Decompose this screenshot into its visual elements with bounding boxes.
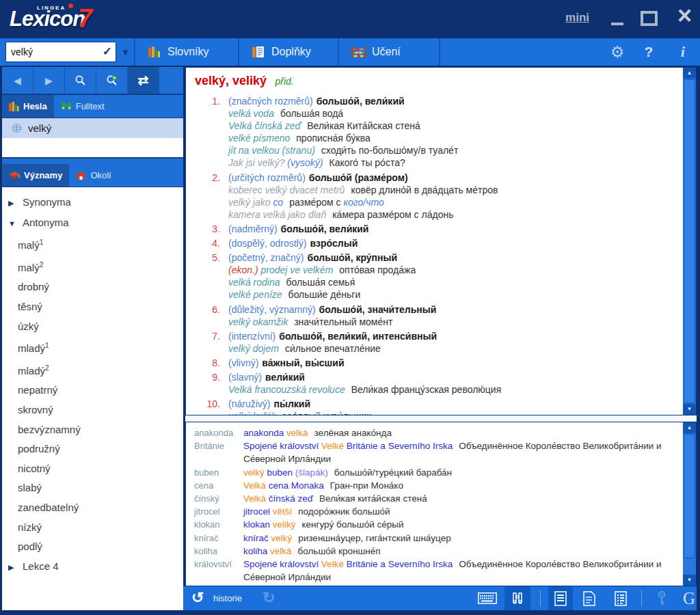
help-button[interactable]: ? (640, 38, 658, 66)
tree-item[interactable]: zanedbatelný (2, 498, 183, 518)
tab-vyznamy[interactable]: Významy (2, 164, 69, 187)
tree-item[interactable]: slabý (2, 478, 183, 498)
tree-item[interactable]: bezvýznamný (2, 420, 183, 440)
collocation-highlight[interactable]: Velká (243, 493, 266, 504)
search-confirm-icon[interactable]: ✓ (103, 44, 112, 59)
mini-mode-link[interactable]: mini (565, 11, 589, 25)
collocations-scrollbar[interactable]: ▲ ▼ (683, 422, 696, 586)
entry-line: Jak jsi velký? (vysoký)Какого́ ты ро́ста… (186, 156, 683, 169)
view-short-entry-button[interactable] (577, 586, 602, 610)
view-grid-entry-button[interactable] (608, 586, 633, 610)
scrollbar-thumb[interactable] (684, 434, 695, 558)
tree-item[interactable]: těsný (2, 297, 183, 317)
tree-item[interactable]: nicotný (2, 459, 183, 479)
tree-item[interactable]: ▶Lekce 4 (2, 557, 183, 577)
collocation-phrase[interactable]: Spojené království (243, 559, 321, 569)
minimize-icon[interactable] (611, 23, 623, 25)
collocation-highlight[interactable]: velká (270, 546, 292, 556)
tree-item[interactable]: malý1 (2, 233, 183, 256)
search-results-list: velký (2, 118, 183, 159)
maximize-icon[interactable] (641, 11, 658, 26)
collocation-row[interactable]: labuť labuť velkáле́бедь шипу́н (186, 584, 683, 586)
swap-languages-button[interactable]: ⇄ (128, 67, 159, 94)
scroll-up-icon[interactable]: ▲ (683, 68, 696, 79)
collocation-row[interactable]: čínský Velká čínská zeďВели́кая кита́йск… (186, 492, 683, 505)
menu-uceni[interactable]: Učení (340, 38, 447, 66)
collocation-highlight[interactable]: veliký (273, 519, 296, 530)
tab-hesla[interactable]: Hesla (2, 95, 54, 118)
forward-button[interactable]: ▶ (33, 67, 65, 94)
view-full-entry-button[interactable] (548, 586, 573, 610)
collocation-phrase[interactable]: klokan (243, 519, 273, 530)
collocation-highlight[interactable]: velký (271, 533, 293, 543)
scroll-down-icon[interactable]: ▼ (683, 575, 696, 586)
info-button[interactable]: i (674, 38, 692, 66)
collocation-phrase[interactable]: labuť (243, 585, 267, 586)
entry-scrollbar[interactable]: ▲ ▼ (683, 68, 696, 415)
scroll-up-icon[interactable]: ▲ (683, 422, 696, 433)
tab-fulltext[interactable]: Fulltext (54, 95, 111, 118)
tree-expand-icon[interactable]: ▼ (8, 214, 17, 234)
collocation-highlight[interactable]: velká (267, 585, 288, 586)
collocation-row[interactable]: Británie Spojené království Velké Britán… (186, 439, 683, 465)
panel-splitter[interactable] (185, 415, 697, 422)
collocation-phrase[interactable]: Spojené království (243, 441, 321, 451)
license-key-button[interactable] (649, 586, 674, 610)
collocation-row[interactable]: buben velký buben (šlapák)большо́й/туре́… (186, 466, 683, 479)
collocation-row[interactable]: království Spojené království Velké Brit… (186, 558, 683, 584)
scroll-down-icon[interactable]: ▼ (683, 404, 696, 415)
tree-item[interactable]: malý2 (2, 256, 183, 278)
scrollbar-thumb[interactable] (684, 79, 695, 403)
collocation-phrase[interactable]: anakonda (243, 428, 286, 438)
zoom-button[interactable] (96, 67, 128, 94)
tree-item[interactable]: nepatrný (2, 381, 183, 400)
tree-item[interactable]: mladý2 (2, 359, 183, 381)
collocation-phrase[interactable]: cena Monaka (266, 480, 324, 491)
history-icon[interactable]: ↺ (191, 589, 204, 607)
collocation-highlight[interactable]: velká (286, 428, 308, 438)
back-button[interactable]: ◀ (2, 67, 33, 94)
collocation-phrase[interactable]: Británie a Severního Irska (344, 559, 453, 569)
collocation-row[interactable]: knírač knírač velkýризеншна́уцер, гига́н… (186, 532, 683, 545)
tree-item[interactable]: podlý (2, 537, 183, 557)
close-icon[interactable]: × (677, 1, 692, 30)
menu-slovniky[interactable]: Slovníky (137, 38, 243, 66)
collocation-highlight[interactable]: velký (243, 467, 265, 478)
search-box[interactable]: ✓ (5, 42, 116, 62)
collocation-row[interactable]: cena Velká cena MonakaГран-при Мона́ко (186, 479, 683, 492)
tree-item[interactable]: nízký (2, 518, 183, 538)
collocation-row[interactable]: anakonda anakonda velkáзелёная анако́нда (186, 426, 683, 439)
settings-button[interactable]: ⚙ (607, 38, 628, 66)
search-history-dropdown-icon[interactable]: ▼ (121, 47, 130, 57)
collocation-phrase[interactable]: knírač (243, 533, 271, 543)
collocation-highlight[interactable]: Velké (321, 441, 344, 451)
tree-item[interactable]: ▼Antonyma (2, 213, 183, 234)
collocation-phrase[interactable]: Británie a Severního Irska (344, 441, 453, 451)
entry-line: velká rodinaбольша́я семья́ (186, 276, 683, 288)
collocation-phrase[interactable]: čínská zeď (266, 493, 313, 504)
collocation-highlight[interactable]: Velké (321, 559, 344, 569)
collocation-phrase[interactable]: jitrocel (243, 506, 273, 517)
collocation-row[interactable]: jitrocel jitrocel většíподоро́жник больш… (186, 505, 683, 518)
result-item-velky[interactable]: velký (2, 118, 183, 138)
tree-item[interactable]: skrovný (2, 400, 183, 420)
keyboard-button[interactable] (473, 586, 502, 610)
fulltext-search-button[interactable] (504, 586, 530, 610)
tree-expand-icon[interactable]: ▶ (8, 558, 17, 577)
tab-okoli[interactable]: Okolí (69, 164, 118, 187)
collocation-row[interactable]: klokan klokan velikýкенгуру́ большо́й се… (186, 518, 683, 531)
tree-item[interactable]: mladý1 (2, 336, 183, 359)
tree-item[interactable]: drobný (2, 277, 183, 297)
tree-item[interactable]: úzký (2, 317, 183, 337)
search-button[interactable] (65, 67, 96, 94)
tree-item[interactable]: podružný (2, 439, 183, 459)
search-input[interactable] (10, 44, 98, 59)
collocation-highlight[interactable]: větší (273, 506, 293, 517)
collocation-phrase[interactable]: koliha (243, 546, 270, 556)
tree-item[interactable]: ▶Synonyma (2, 193, 183, 213)
collocation-highlight[interactable]: Velká (243, 480, 266, 491)
collocation-phrase[interactable]: buben (265, 467, 293, 478)
menu-doplnky[interactable]: Doplňky (241, 38, 346, 66)
collocation-row[interactable]: koliha koliha velkáбольшо́й кроншне́п (186, 545, 683, 558)
tree-expand-icon[interactable]: ▶ (8, 193, 17, 213)
